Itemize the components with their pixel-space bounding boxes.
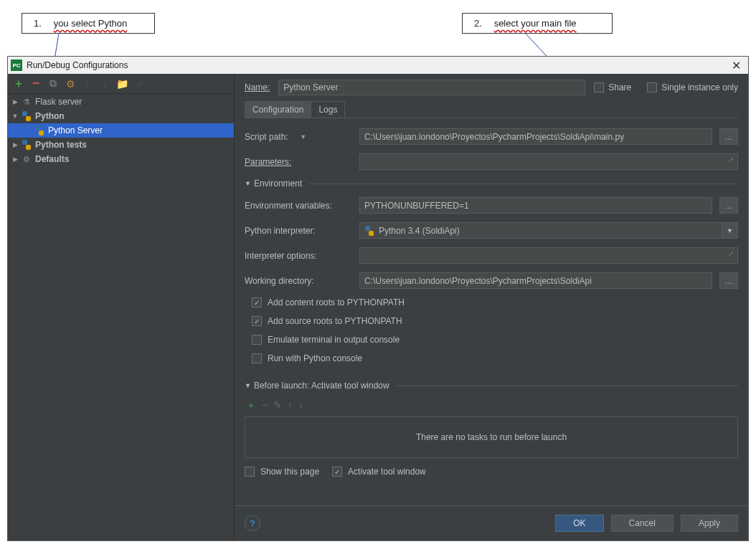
gear-icon: ⚙ (21, 154, 32, 164)
help-button[interactable]: ? (245, 515, 260, 531)
tree-label: Defaults (35, 154, 69, 164)
edit-task-button[interactable]: ✎ (273, 399, 282, 412)
browse-working-dir-button[interactable]: … (719, 272, 738, 289)
run-console-checkbox[interactable] (252, 353, 262, 363)
remove-task-button[interactable]: − (262, 399, 268, 412)
tree-label: Python Server (48, 125, 103, 135)
tabs: Configuration Logs (245, 101, 738, 118)
show-page-checkbox[interactable] (245, 467, 255, 477)
tree-label: Python (35, 111, 65, 121)
tree-item-python-tests[interactable]: ▶ Python tests (8, 138, 234, 152)
collapse-icon: ▼ (245, 382, 251, 389)
tree-item-python[interactable]: ▼ Python (8, 109, 234, 123)
cancel-button[interactable]: Cancel (611, 515, 674, 532)
tree-label: Flask server (35, 97, 82, 107)
right-panel: Name: Share Single instance only Configu… (235, 74, 748, 540)
before-launch-section[interactable]: ▼ Before launch: Activate tool window (245, 381, 738, 391)
tab-configuration[interactable]: Configuration (245, 101, 311, 118)
content-roots-label: Add content roots to PYTHONPATH (268, 297, 405, 307)
python-icon (21, 140, 32, 150)
parameters-input[interactable] (359, 153, 738, 170)
parameters-label: Parameters: (245, 157, 291, 167)
browse-script-path-button[interactable]: … (719, 128, 738, 145)
app-icon: PC (11, 59, 22, 71)
config-tree: ▶ ⚗ Flask server ▼ Python Python Server … (8, 94, 234, 540)
titlebar: PC Run/Debug Configurations ✕ (8, 57, 748, 74)
expand-icon: ▶ (9, 98, 21, 105)
single-instance-label: Single instance only (661, 82, 738, 92)
python-icon (364, 226, 374, 236)
close-icon[interactable]: ✕ (727, 59, 745, 72)
folder-button[interactable]: 📁 (114, 76, 130, 92)
interpreter-options-input[interactable] (359, 247, 738, 264)
tree-label: Python tests (35, 140, 87, 150)
before-launch-empty-text: There are no tasks to run before launch (416, 432, 567, 442)
add-task-button[interactable]: ＋ (246, 399, 256, 412)
dialog-footer: ? OK Cancel Apply (235, 505, 748, 540)
content-roots-checkbox[interactable] (252, 297, 262, 307)
interpreter-combo[interactable]: Python 3.4 (SoldiApi) ▼ (359, 222, 738, 239)
chevron-down-icon[interactable]: ▼ (722, 222, 738, 239)
interpreter-value: Python 3.4 (SoldiApi) (379, 226, 460, 236)
expand-icon: ▶ (9, 156, 21, 163)
flask-icon: ⚗ (21, 97, 32, 107)
emulate-terminal-checkbox[interactable] (252, 335, 262, 345)
source-roots-checkbox[interactable] (252, 316, 262, 326)
activate-tool-label: Activate tool window (348, 467, 426, 477)
callout-2-num: 2. (474, 18, 491, 29)
collapse-icon: ▼ (9, 113, 21, 120)
expand-icon[interactable]: ⤢ (728, 156, 734, 163)
sort-button[interactable]: ↓² (131, 76, 147, 92)
share-checkbox[interactable] (594, 82, 604, 92)
callout-2-text: select your main file (494, 18, 577, 29)
before-launch-toolbar: ＋ − ✎ ↑ ↓ (246, 399, 738, 412)
ok-button[interactable]: OK (555, 515, 603, 532)
remove-config-button[interactable]: − (28, 76, 44, 92)
working-dir-input[interactable] (359, 272, 712, 289)
source-roots-label: Add source roots to PYTHONPATH (268, 316, 402, 326)
script-path-label: Script path: (245, 132, 288, 142)
interpreter-options-label: Interpreter options: (245, 251, 317, 261)
callout-1: 1. you select Python (22, 13, 155, 34)
working-dir-label: Working directory: (245, 276, 313, 286)
move-down-button[interactable]: ↓ (97, 76, 113, 92)
move-task-down-button[interactable]: ↓ (298, 399, 303, 412)
copy-config-button[interactable]: ⧉ (45, 76, 61, 92)
run-console-label: Run with Python console (268, 353, 362, 363)
tree-item-defaults[interactable]: ▶ ⚙ Defaults (8, 152, 234, 166)
add-config-button[interactable]: + (11, 76, 27, 92)
name-input[interactable] (278, 80, 585, 95)
single-instance-checkbox[interactable] (647, 82, 657, 92)
activate-tool-checkbox[interactable] (332, 467, 342, 477)
name-label: Name: (245, 82, 270, 92)
before-launch-label: Before launch: Activate tool window (254, 381, 389, 391)
env-vars-label: Environment variables: (245, 201, 332, 211)
before-launch-tasks-list: There are no tasks to run before launch (245, 416, 738, 458)
script-path-input[interactable] (359, 128, 712, 145)
expand-icon[interactable]: ⤢ (728, 249, 734, 257)
python-icon (21, 111, 32, 121)
move-up-button[interactable]: ↑ (80, 76, 95, 92)
titlebar-title: Run/Debug Configurations (27, 60, 128, 70)
show-page-label: Show this page (260, 467, 319, 477)
python-icon (34, 125, 45, 135)
share-label: Share (608, 82, 631, 92)
tab-logs[interactable]: Logs (311, 101, 345, 118)
run-debug-dialog: PC Run/Debug Configurations ✕ + − ⧉ ⚙ ↑ … (7, 56, 749, 541)
interpreter-label: Python interpreter: (245, 226, 316, 236)
edit-env-vars-button[interactable]: … (719, 197, 738, 214)
script-path-mode-dropdown[interactable]: ▼ (296, 133, 311, 140)
callout-2: 2. select your main file (462, 13, 613, 34)
environment-section-label: Environment (254, 178, 302, 189)
callout-1-num: 1. (34, 18, 51, 29)
settings-config-button[interactable]: ⚙ (62, 76, 78, 92)
emulate-terminal-label: Emulate terminal in output console (268, 335, 400, 345)
tree-item-flask[interactable]: ▶ ⚗ Flask server (8, 95, 234, 109)
move-task-up-button[interactable]: ↑ (288, 399, 293, 412)
tree-item-python-server[interactable]: Python Server (8, 123, 234, 138)
environment-section[interactable]: ▼ Environment (245, 178, 738, 189)
apply-button[interactable]: Apply (681, 515, 738, 532)
collapse-icon: ▼ (245, 180, 251, 187)
expand-icon: ▶ (9, 141, 21, 148)
env-vars-input[interactable] (359, 197, 712, 214)
